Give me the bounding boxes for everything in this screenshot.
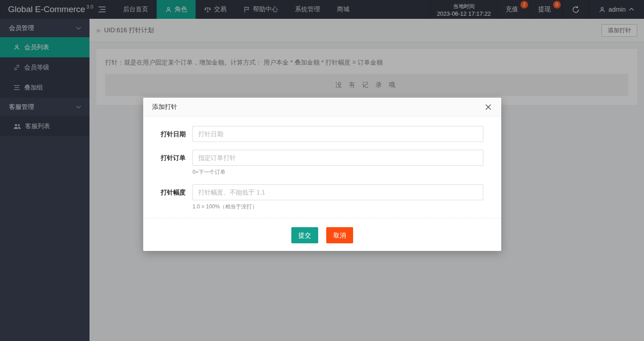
modal-header: 添加打针 [143, 98, 501, 117]
form-row-injection-rate: 打针幅度 1.0 = 100%（相当于没打） [143, 184, 483, 210]
injection-order-input[interactable] [192, 150, 483, 166]
modal-title: 添加打针 [152, 103, 177, 111]
form-row-injection-order: 打针订单 0=下一个订单 [143, 150, 483, 176]
injection-date-input-wrap [192, 126, 483, 142]
injection-rate-input-wrap [192, 184, 483, 200]
add-injection-modal: 添加打针 打针日期 打针订单 0=下一个订单 [143, 98, 501, 251]
injection-rate-label: 打针幅度 [143, 184, 186, 200]
injection-date-input[interactable] [192, 126, 483, 142]
injection-order-input-wrap [192, 150, 483, 166]
modal-close-button[interactable] [482, 98, 495, 117]
close-icon [485, 104, 491, 110]
app-root: Global E-Commerce 3.0 后台首页 角色 [0, 0, 644, 341]
form-row-injection-date: 打针日期 [143, 126, 483, 142]
injection-date-label: 打针日期 [143, 126, 186, 142]
injection-rate-hint: 1.0 = 100%（相当于没打） [192, 203, 483, 210]
injection-order-label: 打针订单 [143, 150, 186, 166]
modal-footer: 提交 取消 [143, 218, 501, 251]
submit-button[interactable]: 提交 [291, 227, 318, 243]
cancel-button[interactable]: 取消 [326, 227, 353, 243]
injection-order-hint: 0=下一个订单 [192, 168, 483, 176]
modal-body: 打针日期 打针订单 0=下一个订单 打针幅度 1.0 = 100%（相当于没打） [143, 117, 501, 218]
injection-rate-input[interactable] [192, 184, 483, 200]
